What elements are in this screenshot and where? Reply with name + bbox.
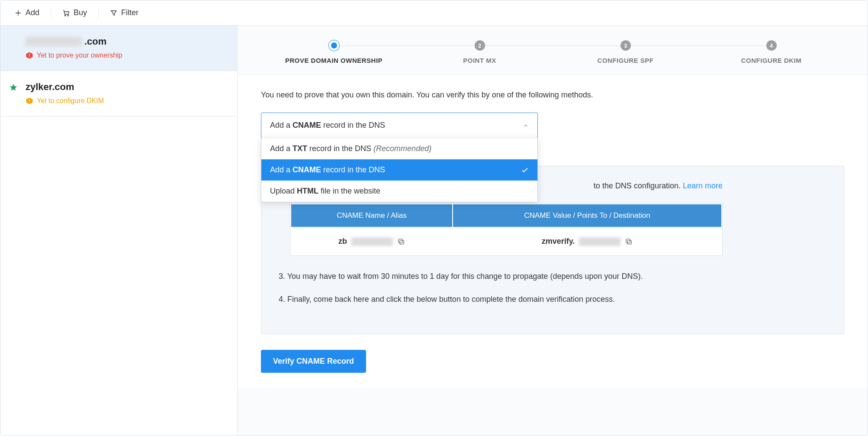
- domain-status: Yet to configure DKIM: [26, 97, 222, 105]
- intro-text: You need to prove that you own this doma…: [261, 90, 844, 100]
- select-label: Add a CNAME record in the DNS: [270, 121, 385, 130]
- cname-table: CNAME Name / Alias CNAME Value / Points …: [290, 203, 723, 256]
- plus-icon: [14, 9, 22, 17]
- domain-name: .com: [26, 36, 222, 47]
- dropdown-option-html[interactable]: Upload HTML file in the website: [261, 181, 537, 202]
- verification-method-dropdown: Add a TXT record in the DNS (Recommended…: [261, 138, 538, 202]
- step-configure-spf[interactable]: 3 CONFIGURE SPF: [553, 40, 698, 64]
- buy-button[interactable]: Buy: [61, 6, 89, 20]
- step-circle: [329, 40, 339, 51]
- buy-label: Buy: [74, 8, 87, 17]
- separator: [98, 8, 99, 18]
- dropdown-option-cname[interactable]: Add a CNAME record in the DNS: [261, 159, 537, 181]
- step-circle: 2: [475, 40, 485, 51]
- svg-rect-13: [627, 240, 631, 244]
- warning-icon: [26, 97, 33, 105]
- add-button[interactable]: Add: [13, 6, 41, 20]
- filter-label: Filter: [121, 8, 138, 17]
- step-circle: 3: [620, 40, 631, 51]
- redacted-text: [579, 237, 620, 246]
- separator: [51, 8, 51, 18]
- svg-rect-10: [29, 102, 30, 103]
- svg-rect-14: [626, 239, 630, 243]
- redacted-text: [351, 237, 393, 246]
- filter-icon: [110, 9, 118, 17]
- stepper: PROVE DOMAIN OWNERSHIP 2 POINT MX 3 CONF…: [238, 26, 868, 75]
- svg-point-3: [68, 15, 68, 16]
- step-point-mx[interactable]: 2 POINT MX: [407, 40, 553, 64]
- step-4-text: 4. Finally, come back here and click the…: [279, 294, 826, 305]
- svg-rect-12: [399, 239, 402, 243]
- warning-icon: [26, 52, 33, 59]
- step-prove-ownership[interactable]: PROVE DOMAIN OWNERSHIP: [261, 40, 407, 64]
- filter-button[interactable]: Filter: [108, 6, 140, 20]
- cart-icon: [62, 9, 70, 17]
- domain-list-item[interactable]: zylker.com Yet to configure DKIM: [0, 71, 237, 116]
- verify-cname-button[interactable]: Verify CNAME Record: [261, 350, 366, 373]
- learn-more-link[interactable]: Learn more: [683, 181, 723, 190]
- domain-name: zylker.com: [26, 81, 222, 93]
- table-header-name: CNAME Name / Alias: [291, 204, 452, 227]
- svg-rect-6: [29, 56, 30, 57]
- dropdown-option-txt[interactable]: Add a TXT record in the DNS (Recommended…: [261, 138, 537, 159]
- svg-rect-5: [29, 54, 30, 56]
- cname-value-value: zmverify.: [542, 237, 633, 246]
- svg-marker-7: [10, 84, 17, 91]
- step-configure-dkim[interactable]: 4 CONFIGURE DKIM: [698, 40, 844, 64]
- svg-rect-11: [400, 240, 404, 244]
- svg-point-2: [65, 15, 66, 16]
- check-icon: [521, 166, 529, 174]
- add-label: Add: [26, 8, 39, 17]
- table-header-value: CNAME Value / Points To / Destination: [453, 204, 721, 227]
- copy-icon[interactable]: [397, 238, 405, 245]
- chevron-up-icon: [523, 123, 529, 129]
- step-3-text: 3. You may have to wait from 30 minutes …: [279, 271, 826, 282]
- star-icon: [9, 83, 18, 92]
- verification-method-select[interactable]: Add a CNAME record in the DNS: [261, 113, 538, 138]
- cname-name-value: zb: [338, 237, 405, 246]
- domain-list-item[interactable]: .com Yet to prove your ownership: [0, 26, 237, 71]
- step-circle: 4: [766, 40, 777, 51]
- redacted-text: [26, 37, 82, 46]
- domain-status: Yet to prove your ownership: [26, 52, 222, 59]
- svg-rect-9: [29, 99, 30, 101]
- copy-icon[interactable]: [625, 238, 633, 245]
